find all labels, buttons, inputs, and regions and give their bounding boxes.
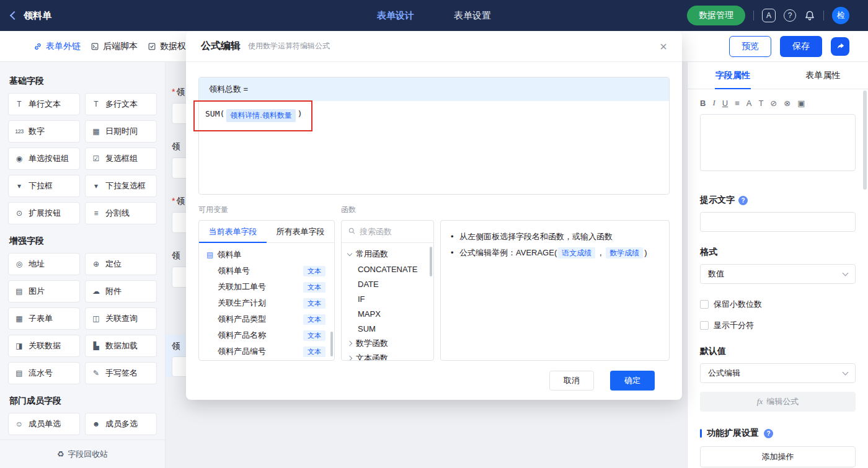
field-select[interactable]: ▾下拉框 xyxy=(8,175,80,197)
member-multi-icon: ☻ xyxy=(91,420,102,428)
permission-icon xyxy=(148,42,156,51)
variable-row[interactable]: 领料产品类型文本 xyxy=(199,311,334,327)
variable-row[interactable]: 领料单号文本 xyxy=(199,263,334,279)
confirm-button[interactable]: 确定 xyxy=(610,371,655,391)
function-item-sum[interactable]: SUM xyxy=(342,321,433,336)
hint-help-icon[interactable]: ? xyxy=(738,196,748,205)
field-linked-data[interactable]: ◨关联数据 xyxy=(8,335,80,357)
formula-edit-modal: 公式编辑 使用数学运算符编辑公式 × 领料总数 = SUM( 领料详情.领料数量… xyxy=(186,31,682,400)
decimal-checkbox[interactable]: 保留小数位数 xyxy=(700,299,856,310)
datetime-icon: ▦ xyxy=(91,127,102,136)
subform-icon: ▦ xyxy=(14,314,25,323)
field-signature[interactable]: ✎手写签名 xyxy=(85,362,157,384)
font-size-icon[interactable]: T xyxy=(758,99,763,108)
variables-scrollbar[interactable] xyxy=(330,332,333,356)
field-serial-number[interactable]: ▤流水号 xyxy=(8,362,80,384)
divider xyxy=(753,11,754,20)
variable-row[interactable]: 关联生产计划文本 xyxy=(199,295,334,311)
example-variable-chip: 数学成绩 xyxy=(606,247,643,258)
tab-form-properties[interactable]: 表单属性 xyxy=(778,62,868,89)
add-action-button[interactable]: 添加操作 xyxy=(700,446,856,467)
unlink-icon[interactable]: ⊗ xyxy=(784,99,790,108)
share-icon[interactable] xyxy=(831,37,849,56)
field-description-editor[interactable] xyxy=(700,114,856,171)
field-datetime[interactable]: ▦日期时间 xyxy=(85,120,157,143)
field-radio-group[interactable]: ◉单选按钮组 xyxy=(8,148,80,170)
preview-button[interactable]: 预览 xyxy=(729,36,771,57)
align-icon[interactable]: ≡ xyxy=(735,99,740,108)
formula-expression[interactable]: SUM( 领料详情.领料数量 ) xyxy=(199,101,669,194)
properties-scrollbar[interactable] xyxy=(863,91,867,190)
variables-root-node[interactable]: ▤ 领料单 xyxy=(199,247,334,263)
data-manage-button[interactable]: 数据管理 xyxy=(687,6,745,25)
field-number[interactable]: 123数字 xyxy=(8,120,80,143)
extension-help-icon[interactable]: ? xyxy=(764,429,773,438)
formula-editor[interactable]: 领料总数 = SUM( 领料详情.领料数量 ) xyxy=(198,77,670,195)
variable-row[interactable]: 领料产品编号文本 xyxy=(199,343,334,360)
field-multi-select[interactable]: ▾下拉复选框 xyxy=(85,175,157,197)
underline-icon[interactable]: U xyxy=(722,99,728,108)
functions-scrollbar[interactable] xyxy=(430,247,432,276)
hint-text-input[interactable] xyxy=(700,212,856,232)
formula-function-prefix: SUM( xyxy=(205,109,224,118)
function-item-if[interactable]: IF xyxy=(342,291,433,306)
variable-row[interactable]: 领料产品名称文本 xyxy=(199,327,334,343)
field-divider[interactable]: ≡分割线 xyxy=(85,202,157,224)
panel-labels: 可用变量 函数 xyxy=(198,205,670,215)
functions-tree: 常用函数 CONCATENATE DATE IF MAPX SUM 数学函数 文… xyxy=(342,243,433,361)
tab-all-form-fields[interactable]: 所有表单字段 xyxy=(267,221,334,242)
variable-row[interactable]: 关联加工单号文本 xyxy=(199,279,334,295)
tab-form-design[interactable]: 表单设计 xyxy=(377,10,414,22)
function-search-input[interactable]: 搜索函数 xyxy=(342,221,433,243)
form-external-link-button[interactable]: 表单外链 xyxy=(33,41,81,52)
save-button[interactable]: 保存 xyxy=(780,36,822,57)
topbar: 领料单 表单设计 表单设置 数据管理 A ? 检 xyxy=(0,0,868,31)
field-image[interactable]: ▤图片 xyxy=(8,280,80,302)
help-icon[interactable]: ? xyxy=(784,9,796,22)
function-group-text[interactable]: 文本函数 xyxy=(342,351,433,361)
field-extend-button[interactable]: ⊙扩展按钮 xyxy=(8,202,80,224)
tab-field-properties[interactable]: 字段属性 xyxy=(688,62,778,89)
field-member-single[interactable]: ☺成员单选 xyxy=(8,413,80,435)
thousand-separator-checkbox[interactable]: 显示千分符 xyxy=(700,320,856,331)
bold-icon[interactable]: B xyxy=(700,99,706,108)
field-location[interactable]: ⊕定位 xyxy=(85,253,157,275)
address-icon: ◎ xyxy=(14,260,25,268)
field-recycle-bin[interactable]: ♻ 字段回收站 xyxy=(0,439,165,468)
field-linked-query[interactable]: ◫关联查询 xyxy=(85,307,157,330)
recycle-bin-icon: ♻ xyxy=(57,449,64,459)
variables-title: 可用变量 xyxy=(198,205,341,215)
tab-current-form-fields[interactable]: 当前表单字段 xyxy=(199,221,267,242)
notification-bell-icon[interactable] xyxy=(804,10,815,21)
avatar[interactable]: 检 xyxy=(832,7,849,24)
section-accent-bar xyxy=(700,429,702,438)
field-single-line-text[interactable]: T单行文本 xyxy=(8,93,80,115)
function-group-math[interactable]: 数学函数 xyxy=(342,336,433,351)
field-address[interactable]: ◎地址 xyxy=(8,253,80,275)
function-group-common[interactable]: 常用函数 xyxy=(342,247,433,262)
field-multi-line-text[interactable]: T多行文本 xyxy=(85,93,157,115)
edit-formula-button[interactable]: fx 编辑公式 xyxy=(700,392,856,412)
default-value-select[interactable]: 公式编辑 xyxy=(700,363,856,383)
backend-script-button[interactable]: 后端脚本 xyxy=(91,41,138,52)
field-member-multi[interactable]: ☻成员多选 xyxy=(85,413,157,435)
member-field-grid: ☺成员单选 ☻成员多选 xyxy=(8,413,157,435)
format-select[interactable]: 数值 xyxy=(700,264,856,284)
chevron-right-icon xyxy=(347,356,352,361)
field-checkbox-group[interactable]: ☑复选框组 xyxy=(85,148,157,170)
field-subform[interactable]: ▦子表单 xyxy=(8,307,80,330)
function-item-date[interactable]: DATE xyxy=(342,276,433,291)
function-item-concatenate[interactable]: CONCATENATE xyxy=(342,262,433,276)
close-icon[interactable]: × xyxy=(660,40,667,53)
cancel-button[interactable]: 取消 xyxy=(549,371,594,391)
tab-form-settings[interactable]: 表单设置 xyxy=(454,10,491,22)
function-item-mapx[interactable]: MAPX xyxy=(342,306,433,321)
font-color-icon[interactable]: A xyxy=(746,99,752,108)
italic-icon[interactable]: I xyxy=(712,98,715,108)
properties-panel: 字段属性 表单属性 B I U ≡ A T ⊘ ⊗ ▣ 提示文字 ? 格式 数值… xyxy=(687,62,868,468)
image-icon[interactable]: ▣ xyxy=(797,99,805,108)
field-attachment[interactable]: ☁附件 xyxy=(85,280,157,302)
link-icon[interactable]: ⊘ xyxy=(770,99,777,108)
translate-icon[interactable]: A xyxy=(762,9,776,22)
field-data-load[interactable]: ▙数据加载 xyxy=(85,335,157,357)
